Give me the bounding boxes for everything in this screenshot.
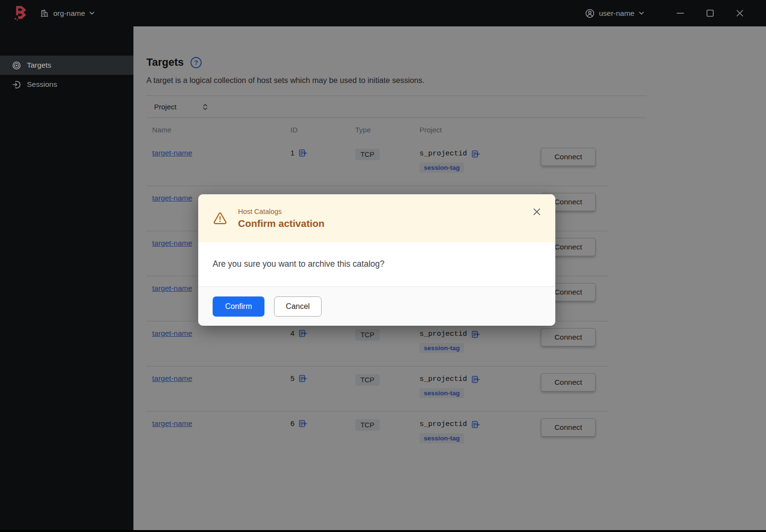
- user-name-label: user-name: [599, 9, 634, 18]
- entry-icon: [12, 80, 21, 89]
- modal-eyebrow: Host Catalogs: [238, 208, 324, 215]
- modal-message: Are you sure you want to archive this ca…: [213, 259, 384, 269]
- sidebar-item-targets[interactable]: Targets: [0, 56, 133, 75]
- cancel-button[interactable]: Cancel: [274, 296, 322, 317]
- modal-close-icon[interactable]: [532, 207, 542, 217]
- org-icon: [40, 9, 49, 18]
- sidebar-item-sessions[interactable]: Sessions: [0, 75, 133, 94]
- sidebar-item-label: Targets: [27, 61, 51, 70]
- target-icon: [12, 61, 21, 70]
- window-bottom-edge: [0, 530, 766, 532]
- confirm-button[interactable]: Confirm: [213, 296, 264, 317]
- close-window-button[interactable]: [732, 6, 747, 21]
- user-icon: [585, 9, 595, 18]
- maximize-button[interactable]: [703, 6, 717, 21]
- confirm-dialog: Host Catalogs Confirm activation Are you…: [198, 194, 555, 326]
- modal-header: Host Catalogs Confirm activation: [198, 194, 555, 242]
- minimize-button[interactable]: [673, 6, 687, 21]
- modal-title: Confirm activation: [238, 218, 324, 229]
- app-header: org-name user-name: [0, 0, 766, 26]
- user-menu[interactable]: user-name: [585, 9, 644, 18]
- chevron-down-icon: [639, 12, 644, 15]
- org-switcher[interactable]: org-name: [40, 9, 95, 18]
- boundary-logo-icon: [14, 6, 27, 21]
- modal-footer: Confirm Cancel: [198, 286, 555, 326]
- chevron-down-icon: [89, 12, 95, 15]
- sidebar-item-label: Sessions: [27, 80, 57, 89]
- sidebar: Targets Sessions: [0, 26, 133, 530]
- warning-icon: [213, 211, 227, 226]
- org-name-label: org-name: [53, 9, 85, 18]
